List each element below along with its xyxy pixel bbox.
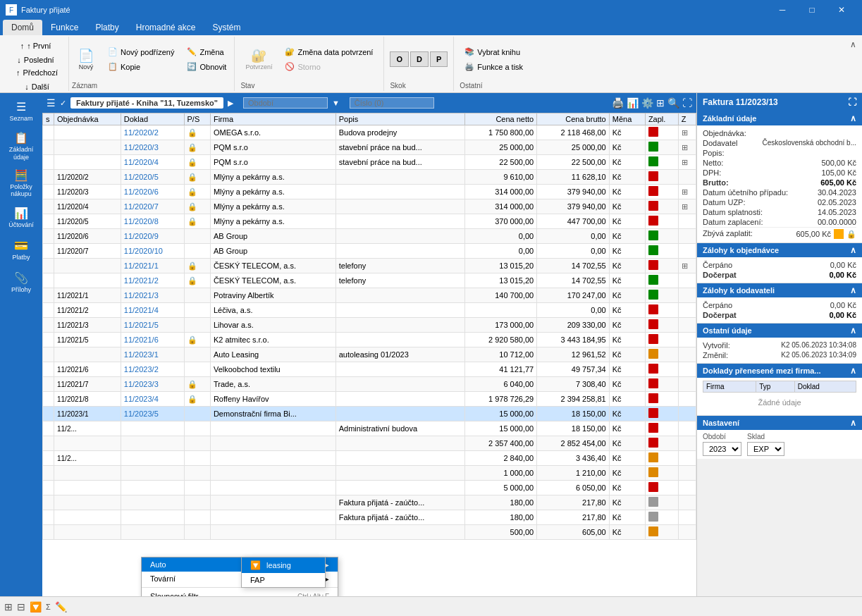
- search-icon[interactable]: 🔍: [667, 97, 679, 109]
- cell-dok[interactable]: 11/2023/3: [121, 377, 184, 392]
- sidebar-item-seznam[interactable]: ☰ Seznam: [2, 96, 40, 127]
- collapse-zakladni[interactable]: ∧: [850, 113, 856, 123]
- collapse-nastaveni[interactable]: ∧: [850, 418, 856, 428]
- cell-firma[interactable]: Mlýny a pekárny a.s.: [210, 170, 335, 185]
- cell-dok[interactable]: 11/2020/8: [121, 214, 184, 229]
- cell-firma[interactable]: [210, 525, 335, 540]
- P-button[interactable]: P: [430, 51, 448, 67]
- table-row[interactable]: 11/2021/1 11/2021/3 Potraviny Albertík 1…: [43, 288, 696, 303]
- new-sub-button[interactable]: 📄 Nový podřízený: [103, 45, 179, 58]
- cell-firma[interactable]: [210, 510, 335, 525]
- ribbon-collapse[interactable]: ∧: [847, 37, 859, 91]
- cell-firma[interactable]: Auto Leasing: [210, 347, 335, 362]
- table-row[interactable]: 11/2021/6 11/2023/2 Velkoobchod textilu …: [43, 362, 696, 377]
- settings-icon[interactable]: ⚙️: [641, 97, 653, 109]
- cell-dok[interactable]: 11/2021/3: [121, 288, 184, 303]
- cell-firma[interactable]: [210, 451, 335, 466]
- collapse-zalohy-obj[interactable]: ∧: [850, 245, 856, 255]
- cell-firma[interactable]: K2 atmitec s.r.o.: [210, 333, 335, 347]
- cell-firma[interactable]: Trade, a.s.: [210, 377, 335, 392]
- cell-dok[interactable]: 11/2021/1: [121, 259, 184, 273]
- cell-dok[interactable]: 11/2020/10: [121, 244, 184, 259]
- copy-button[interactable]: 📋 Kopie: [103, 60, 179, 73]
- grid-cell-icon[interactable]: ⊞: [682, 158, 688, 166]
- cell-firma[interactable]: ČESKÝ TELECOM, a.s.: [210, 273, 335, 288]
- section-nastaveni-header[interactable]: Nastavení ∧: [697, 416, 862, 430]
- cell-dok[interactable]: 11/2021/4: [121, 303, 184, 318]
- cell-dok[interactable]: [121, 451, 184, 466]
- cell-dok[interactable]: 11/2020/9: [121, 229, 184, 244]
- table-row[interactable]: 1 000,00 1 210,00 Kč: [43, 466, 696, 481]
- cell-dok[interactable]: 11/2023/2: [121, 362, 184, 377]
- cell-dok[interactable]: 11/2021/2: [121, 273, 184, 288]
- table-row[interactable]: 11/2020/6 11/2020/9 AB Group 0,00 0,00 K…: [43, 229, 696, 244]
- cell-dok[interactable]: 11/2020/3: [121, 140, 184, 155]
- period-input[interactable]: [243, 97, 328, 109]
- grid-cell-icon[interactable]: ⊞: [682, 261, 688, 270]
- cell-dok[interactable]: 11/2021/6: [121, 333, 184, 347]
- cell-dok[interactable]: [121, 436, 184, 451]
- sidebar-item-uctovani[interactable]: 📊 Účtování: [2, 202, 40, 233]
- minimize-button[interactable]: ─: [768, 0, 797, 20]
- cell-dok[interactable]: 11/2020/4: [121, 155, 184, 170]
- table-row[interactable]: 11/2021/2 🔒 ČESKÝ TELECOM, a.s. telefony…: [43, 273, 696, 288]
- table-row[interactable]: 11/2... 2 840,00 3 436,40 Kč: [43, 451, 696, 466]
- cell-firma[interactable]: [210, 436, 335, 451]
- table-row[interactable]: 11/2020/4 🔒 PQM s.r.o stavební práce na …: [43, 155, 696, 170]
- menu-hromadne[interactable]: Hromadné akce: [128, 20, 204, 35]
- sidebar-item-platby[interactable]: 💳 Platby: [2, 235, 40, 266]
- refresh-button[interactable]: 🔄 Obnovit: [182, 60, 231, 73]
- cell-dok[interactable]: 11/2023/1: [121, 347, 184, 362]
- cell-dok[interactable]: [121, 510, 184, 525]
- cell-firma[interactable]: Mlýny a pekárny a.s.: [210, 214, 335, 229]
- new-button[interactable]: 📄 Nový: [72, 45, 100, 73]
- grid-cell-icon[interactable]: ⊞: [682, 143, 688, 152]
- expand-icon[interactable]: ⛶: [682, 97, 692, 109]
- submenu-fap[interactable]: FAP: [242, 573, 325, 587]
- panel-expand-icon[interactable]: ⛶: [848, 97, 856, 107]
- table-row[interactable]: 11/2021/1 🔒 ČESKÝ TELECOM, a.s. telefony…: [43, 259, 696, 273]
- last-button[interactable]: ↓ Poslední: [12, 54, 59, 66]
- table-row[interactable]: 11/2020/5 11/2020/8 🔒 Mlýny a pekárny a.…: [43, 214, 696, 229]
- confirm-button[interactable]: 🔐 Potvrzení: [240, 45, 277, 73]
- window-controls[interactable]: ─ □ ✕: [768, 0, 856, 20]
- sum-icon[interactable]: Σ: [46, 603, 51, 611]
- grid-icon[interactable]: ⊞: [656, 97, 665, 109]
- select-book-button[interactable]: 📚 Vybrat knihu: [460, 45, 528, 58]
- cell-dok[interactable]: [121, 525, 184, 540]
- prev-button[interactable]: ↑ Předchozí: [11, 66, 63, 79]
- table-row[interactable]: 11/2021/7 11/2023/3 🔒 Trade, a.s. 6 040,…: [43, 377, 696, 392]
- menu-platby[interactable]: Platby: [87, 20, 127, 35]
- period-select[interactable]: 2023: [703, 442, 741, 456]
- sidebar-item-prilohy[interactable]: 📎 Přílohy: [2, 267, 40, 298]
- cell-firma[interactable]: Mlýny a pekárny a.s.: [210, 185, 335, 199]
- cell-firma[interactable]: AB Group: [210, 229, 335, 244]
- sklad-select[interactable]: EXP: [747, 442, 784, 456]
- cell-dok[interactable]: 11/2021/5: [121, 318, 184, 333]
- grid-cell-icon[interactable]: ⊞: [682, 202, 688, 211]
- section-zalohy-dod-header[interactable]: Zálohy k dodavateli ∧: [697, 283, 862, 297]
- submenu-leasing[interactable]: 🔽 leasing: [242, 558, 325, 573]
- cell-dok[interactable]: [121, 481, 184, 495]
- table-row[interactable]: Faktura přijatá - zaúčto... 180,00 217,8…: [43, 510, 696, 525]
- menu-funkce[interactable]: Funkce: [42, 20, 87, 35]
- table-row[interactable]: 11/2023/1 Auto Leasing autoleasing 01/20…: [43, 347, 696, 362]
- cell-firma[interactable]: [210, 495, 335, 510]
- cell-firma[interactable]: Velkoobchod textilu: [210, 362, 335, 377]
- table-row[interactable]: 11/2020/2 🔒 OMEGA s.r.o. Budova prodejny…: [43, 125, 696, 140]
- section-zakladni-header[interactable]: Základní údaje ∧: [697, 111, 862, 125]
- cell-dok[interactable]: [121, 466, 184, 481]
- filter-icon-bottom[interactable]: 🔽: [30, 601, 42, 612]
- table-row[interactable]: 11/2021/3 11/2021/5 Lihovar a.s. 173 000…: [43, 318, 696, 333]
- cell-firma[interactable]: Demonstrační firma Bi...: [210, 407, 335, 421]
- next-button[interactable]: ↓ Další: [20, 80, 54, 93]
- chart-list-icon[interactable]: 📊: [627, 97, 639, 109]
- cell-dok[interactable]: 11/2020/6: [121, 185, 184, 199]
- table-row[interactable]: 11/2020/2 11/2020/5 🔒 Mlýny a pekárny a.…: [43, 170, 696, 185]
- cell-dok[interactable]: 11/2020/7: [121, 199, 184, 214]
- table-row[interactable]: 11/2020/7 11/2020/10 AB Group 0,00 0,00 …: [43, 244, 696, 259]
- table-row[interactable]: 11/2021/5 11/2021/6 🔒 K2 atmitec s.r.o. …: [43, 333, 696, 347]
- table-row[interactable]: 11/2020/3 🔒 PQM s.r.o stavební práce na …: [43, 140, 696, 155]
- table-row[interactable]: 11/2021/2 11/2021/4 Léčiva, a.s. 0,00 Kč: [43, 303, 696, 318]
- cell-firma[interactable]: ČESKÝ TELECOM, a.s.: [210, 259, 335, 273]
